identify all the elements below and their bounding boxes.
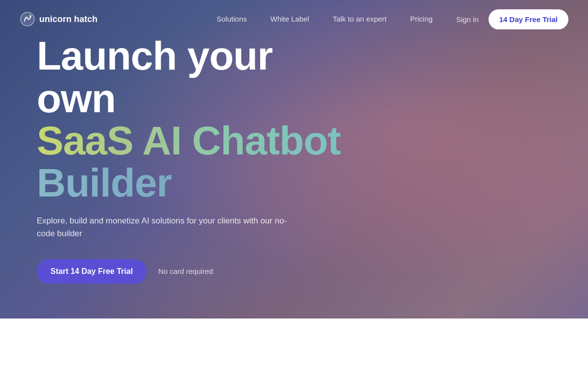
trial-button[interactable]: Start 14 Day Free Trial [37, 259, 147, 284]
svg-point-1 [29, 15, 31, 17]
nav-links: Solutions White Label Talk to an expert … [217, 15, 433, 24]
signin-link[interactable]: Sign in [456, 15, 479, 24]
logo-text: unicorn hatch [39, 14, 98, 24]
no-card-label: No card required [158, 267, 213, 275]
hero-headline-line1: Launch your own [37, 35, 360, 119]
nav-cta-button[interactable]: 14 Day Free Trial [489, 9, 568, 29]
hero-content: Launch your own SaaS AI Chatbot Builder … [37, 35, 360, 283]
svg-point-0 [21, 12, 34, 26]
nav-link-solutions[interactable]: Solutions [217, 15, 247, 23]
navbar: unicorn hatch Solutions White Label Talk… [0, 0, 588, 38]
hero-headline-line3: Builder [37, 162, 360, 204]
nav-item-white-label[interactable]: White Label [270, 15, 309, 24]
hero-headline: Launch your own SaaS AI Chatbot Builder [37, 35, 360, 203]
nav-link-pricing[interactable]: Pricing [410, 15, 433, 23]
nav-link-talk-expert[interactable]: Talk to an expert [333, 15, 387, 23]
nav-item-pricing[interactable]: Pricing [410, 15, 433, 24]
logo[interactable]: unicorn hatch [20, 11, 98, 27]
hero-headline-line2: SaaS AI Chatbot [37, 120, 360, 162]
bottom-preview-card [15, 323, 573, 392]
hero-actions: Start 14 Day Free Trial No card required [37, 259, 360, 284]
nav-item-solutions[interactable]: Solutions [217, 15, 247, 24]
hero-section: Launch your own SaaS AI Chatbot Builder … [0, 0, 588, 318]
hero-subtitle: Explore, build and monetize AI solutions… [37, 215, 301, 241]
logo-icon [20, 11, 35, 27]
nav-item-talk-expert[interactable]: Talk to an expert [333, 15, 387, 24]
nav-link-white-label[interactable]: White Label [270, 15, 309, 23]
